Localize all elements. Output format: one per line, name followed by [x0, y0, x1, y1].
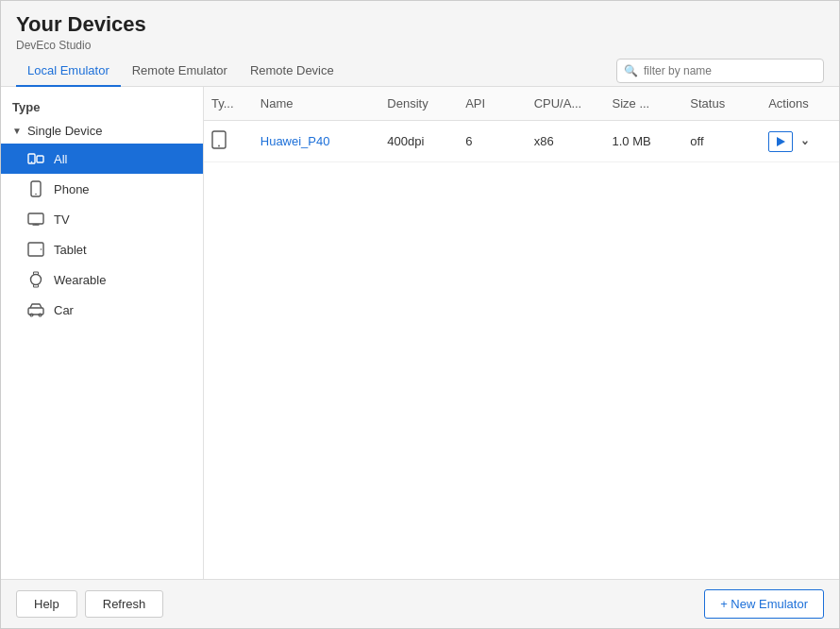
sidebar-item-car[interactable]: Car [1, 295, 203, 325]
sidebar-type-header: Type [1, 94, 203, 118]
sidebar-item-tv-label: TV [54, 212, 70, 227]
filter-inner: 🔍 [616, 59, 824, 83]
footer-right: + New Emulator [704, 589, 824, 619]
sidebar-item-tablet[interactable]: Tablet [1, 234, 203, 264]
sidebar-item-wearable-label: Wearable [54, 273, 106, 287]
tab-remote-device[interactable]: Remote Device [239, 56, 345, 87]
tab-local-emulator[interactable]: Local Emulator [16, 56, 121, 87]
page-title: Your Devices [16, 12, 824, 37]
device-table: Ty... Name Density API CPU/A... Size ...… [204, 87, 839, 162]
sidebar-item-tv[interactable]: TV [1, 204, 203, 234]
sidebar-item-all[interactable]: All [1, 144, 203, 174]
col-header-api[interactable]: API [458, 87, 526, 121]
footer: Help Refresh + New Emulator [1, 579, 839, 628]
phone-icon [27, 180, 44, 197]
search-icon: 🔍 [624, 64, 638, 77]
tab-remote-emulator[interactable]: Remote Emulator [121, 56, 239, 87]
main-window: Your Devices DevEco Studio Local Emulato… [0, 0, 840, 629]
svg-point-9 [41, 248, 42, 250]
tabs-bar: Local Emulator Remote Emulator Remote De… [1, 56, 839, 87]
tv-icon [27, 211, 44, 228]
cell-type [204, 121, 253, 162]
svg-point-17 [218, 145, 220, 147]
tablet-icon [27, 241, 44, 258]
svg-point-2 [31, 162, 33, 163]
table-row: Huawei_P40 400dpi 6 x86 1.0 MB off [204, 121, 839, 162]
refresh-button[interactable]: Refresh [85, 590, 164, 618]
filter-input[interactable] [616, 59, 824, 83]
cell-size: 1.0 MB [604, 121, 682, 162]
cell-api: 6 [458, 121, 526, 162]
car-icon [27, 301, 44, 318]
all-devices-icon [27, 150, 44, 167]
new-emulator-button[interactable]: + New Emulator [704, 589, 824, 619]
device-table-container: Ty... Name Density API CPU/A... Size ...… [204, 87, 839, 579]
table-header-row: Ty... Name Density API CPU/A... Size ...… [204, 87, 839, 121]
col-header-density[interactable]: Density [379, 87, 458, 121]
app-subtitle: DevEco Studio [16, 39, 824, 52]
action-buttons [768, 131, 832, 152]
svg-point-4 [35, 194, 37, 196]
col-header-type: Ty... [204, 87, 253, 121]
svg-rect-12 [34, 285, 39, 288]
wearable-icon [27, 271, 44, 288]
sidebar: Type ▼ Single Device All [1, 87, 204, 579]
col-header-actions: Actions [761, 87, 839, 121]
cell-status: off [682, 121, 761, 162]
sidebar-item-all-label: All [54, 152, 67, 166]
col-header-name[interactable]: Name [253, 87, 380, 121]
sidebar-item-phone[interactable]: Phone [1, 174, 203, 204]
header: Your Devices DevEco Studio [1, 1, 839, 56]
device-name-link[interactable]: Huawei_P40 [260, 134, 330, 148]
col-header-cpu[interactable]: CPU/A... [527, 87, 605, 121]
sidebar-item-tablet-label: Tablet [54, 243, 87, 257]
sidebar-item-wearable[interactable]: Wearable [1, 264, 203, 295]
cell-cpu: x86 [527, 121, 605, 162]
help-button[interactable]: Help [16, 590, 77, 618]
svg-marker-18 [777, 137, 785, 146]
svg-rect-1 [37, 156, 43, 162]
cell-density: 400dpi [379, 121, 458, 162]
cell-name: Huawei_P40 [253, 121, 380, 162]
col-header-status[interactable]: Status [682, 87, 761, 121]
svg-rect-11 [34, 272, 39, 275]
col-header-size[interactable]: Size ... [604, 87, 682, 121]
svg-rect-5 [28, 213, 43, 224]
svg-point-10 [31, 275, 42, 285]
content-area: Type ▼ Single Device All [1, 87, 839, 579]
more-actions-button[interactable] [795, 131, 815, 152]
cell-actions [761, 121, 839, 162]
sidebar-section-label: Single Device [27, 124, 103, 138]
sidebar-section-single-device[interactable]: ▼ Single Device [1, 118, 203, 144]
play-button[interactable] [768, 131, 793, 152]
sidebar-item-phone-label: Phone [54, 182, 90, 196]
collapse-arrow-icon: ▼ [12, 126, 22, 136]
row-phone-icon [211, 138, 227, 152]
filter-wrap: 🔍 [616, 59, 824, 83]
sidebar-item-car-label: Car [54, 303, 74, 317]
